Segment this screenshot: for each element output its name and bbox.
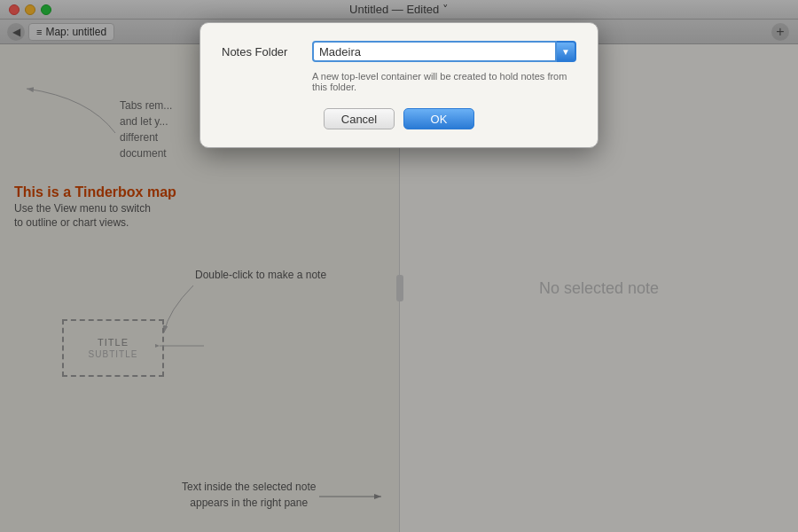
chevron-down-icon: ▼ bbox=[561, 47, 570, 57]
dialog-folder-row: Notes Folder ▼ bbox=[222, 41, 576, 62]
dialog-overlay: Notes Folder ▼ A new top-level container… bbox=[0, 0, 798, 532]
cancel-button[interactable]: Cancel bbox=[324, 108, 395, 129]
dialog-folder-input[interactable] bbox=[312, 41, 557, 62]
dialog-input-wrap: ▼ bbox=[312, 41, 576, 62]
ok-button[interactable]: OK bbox=[403, 108, 474, 129]
dialog-folder-label: Notes Folder bbox=[222, 45, 301, 59]
notes-folder-dialog: Notes Folder ▼ A new top-level container… bbox=[200, 22, 598, 148]
dialog-buttons: Cancel OK bbox=[222, 108, 576, 129]
dialog-dropdown-button[interactable]: ▼ bbox=[557, 41, 576, 62]
dialog-description: A new top-level container will be create… bbox=[312, 71, 576, 92]
